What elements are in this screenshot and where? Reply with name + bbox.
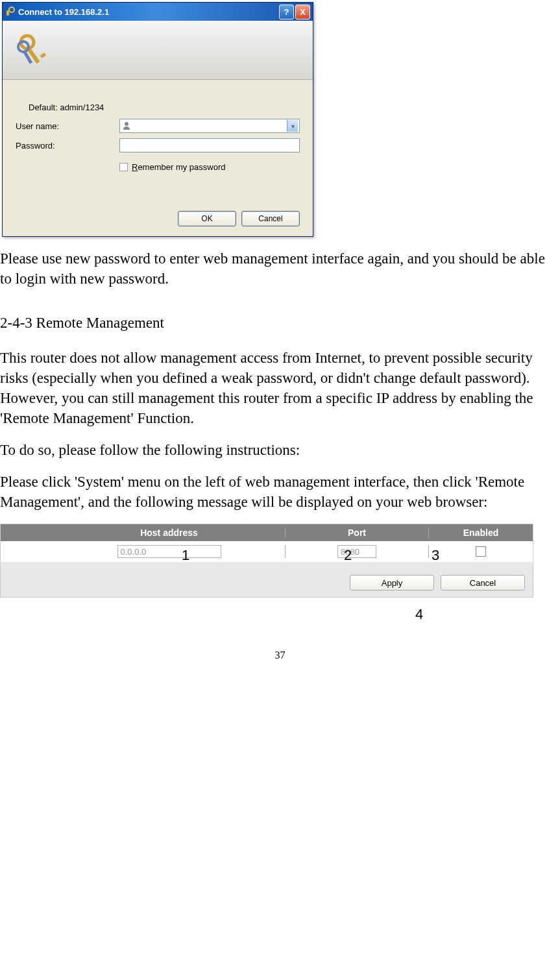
svg-point-1 [9, 7, 14, 12]
svg-rect-4 [40, 53, 46, 58]
paragraph-2: This router does not allow management ac… [0, 348, 560, 428]
password-label: Password: [16, 141, 119, 151]
user-icon [121, 121, 132, 131]
remember-label: Remember my password [132, 162, 226, 172]
password-input[interactable] [119, 138, 300, 152]
username-label: User name: [16, 121, 119, 131]
chevron-down-icon[interactable]: ▾ [287, 120, 298, 132]
table-header: Host address Port Enabled [1, 524, 533, 541]
section-heading: 2-4-3 Remote Management [0, 315, 560, 332]
cancel-button[interactable]: Cancel [241, 211, 300, 226]
apply-button[interactable]: Apply [350, 575, 434, 590]
paragraph-1: Please use new password to enter web man… [0, 249, 560, 289]
enabled-checkbox[interactable] [476, 546, 486, 557]
help-button[interactable]: ? [279, 5, 294, 19]
svg-point-7 [125, 122, 128, 126]
remember-checkbox[interactable] [119, 163, 128, 171]
page-number: 37 [0, 649, 560, 661]
callout-4: 4 [415, 606, 423, 623]
col-host: Host address [53, 528, 286, 538]
col-enabled: Enabled [429, 528, 533, 538]
paragraph-3: To do so, please follow the following in… [0, 440, 560, 460]
callout-1: 1 [182, 547, 189, 564]
default-credentials-hint: Default: admin/1234 [16, 103, 300, 112]
paragraph-4: Please click 'System' menu on the left o… [0, 472, 560, 512]
router-cancel-button[interactable]: Cancel [441, 575, 525, 590]
callout-2: 2 [344, 547, 352, 564]
col-port: Port [286, 528, 429, 538]
dialog-banner [3, 21, 313, 80]
auth-dialog: Connect to 192.168.2.1 ? X Default: admi… [2, 2, 313, 237]
close-button[interactable]: X [295, 5, 310, 19]
host-input[interactable] [117, 545, 221, 558]
username-input[interactable]: ▾ [119, 119, 300, 133]
dialog-titlebar[interactable]: Connect to 192.168.2.1 ? X [3, 3, 313, 21]
svg-rect-0 [6, 10, 9, 16]
table-row [1, 541, 533, 562]
callout-3: 3 [432, 547, 439, 564]
port-input[interactable] [337, 545, 376, 558]
remote-mgmt-panel: Host address Port Enabled Apply Cancel [0, 524, 533, 598]
keys-icon [16, 30, 55, 69]
ok-button[interactable]: OK [178, 211, 236, 226]
dialog-title: Connect to 192.168.2.1 [18, 7, 278, 17]
dialog-app-icon [5, 6, 16, 17]
